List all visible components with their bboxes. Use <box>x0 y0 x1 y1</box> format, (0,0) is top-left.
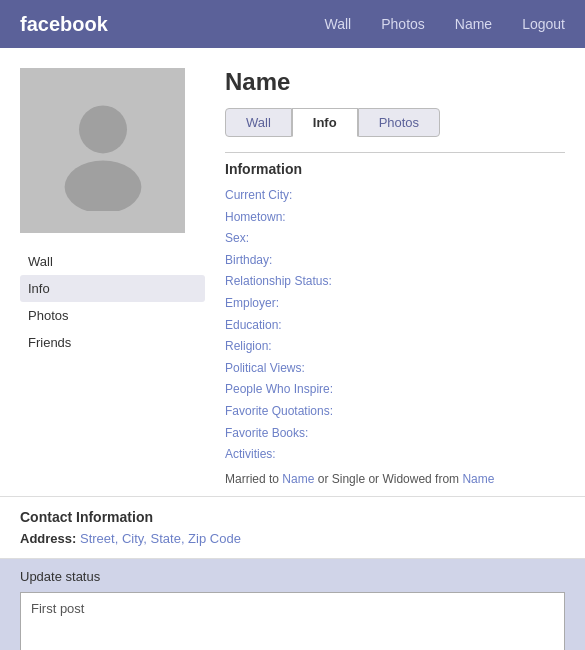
tab-photos[interactable]: Photos <box>358 108 440 137</box>
field-activities: Activities: <box>225 444 565 466</box>
info-title: Information <box>225 161 565 177</box>
profile-name: Name <box>225 68 565 96</box>
nav-wall[interactable]: Wall <box>325 16 352 32</box>
field-relationship: Relationship Status: <box>225 271 565 293</box>
married-name2[interactable]: Name <box>462 472 494 486</box>
update-status-section: Update status First post Share <box>0 559 585 650</box>
avatar <box>20 68 185 233</box>
married-name1[interactable]: Name <box>282 472 314 486</box>
brand-logo[interactable]: facebook <box>20 13 108 36</box>
field-religion: Religion: <box>225 336 565 358</box>
tab-info[interactable]: Info <box>292 108 358 137</box>
top-navigation: facebook Wall Photos Name Logout <box>0 0 585 48</box>
tab-wall[interactable]: Wall <box>225 108 292 137</box>
contact-address: Address: Street, City, State, Zip Code <box>20 531 565 546</box>
field-current-city: Current City: <box>225 185 565 207</box>
field-inspire: People Who Inspire: <box>225 379 565 401</box>
address-value: Street, City, State, Zip Code <box>80 531 241 546</box>
update-status-label: Update status <box>20 569 565 584</box>
field-sex: Sex: <box>225 228 565 250</box>
left-column: Wall Info Photos Friends <box>20 68 205 486</box>
svg-point-1 <box>64 160 141 210</box>
info-section: Information Current City: Hometown: Sex:… <box>225 152 565 486</box>
married-or: or Single or Widowed from <box>318 472 463 486</box>
avatar-silhouette <box>43 91 163 211</box>
field-birthday: Birthday: <box>225 250 565 272</box>
left-nav-photos[interactable]: Photos <box>20 302 205 329</box>
field-political: Political Views: <box>225 358 565 380</box>
right-column: Name Wall Info Photos Information Curren… <box>205 68 565 486</box>
profile-area: Wall Info Photos Friends Name Wall Info … <box>0 48 585 497</box>
contact-title: Contact Information <box>20 509 565 525</box>
status-input[interactable]: First post <box>20 592 565 650</box>
nav-photos[interactable]: Photos <box>381 16 425 32</box>
married-line: Married to Name or Single or Widowed fro… <box>225 472 565 486</box>
field-quotations: Favorite Quotations: <box>225 401 565 423</box>
svg-point-0 <box>79 105 127 153</box>
left-nav-info[interactable]: Info <box>20 275 205 302</box>
info-fields: Current City: Hometown: Sex: Birthday: R… <box>225 185 565 466</box>
field-hometown: Hometown: <box>225 207 565 229</box>
field-employer: Employer: <box>225 293 565 315</box>
left-nav: Wall Info Photos Friends <box>20 248 205 356</box>
field-education: Education: <box>225 315 565 337</box>
field-books: Favorite Books: <box>225 423 565 445</box>
left-nav-friends[interactable]: Friends <box>20 329 205 356</box>
left-nav-wall[interactable]: Wall <box>20 248 205 275</box>
nav-name[interactable]: Name <box>455 16 492 32</box>
profile-tabs: Wall Info Photos <box>225 108 565 137</box>
address-label: Address: <box>20 531 76 546</box>
married-text: Married to <box>225 472 282 486</box>
nav-logout[interactable]: Logout <box>522 16 565 32</box>
contact-info-section: Contact Information Address: Street, Cit… <box>0 497 585 559</box>
